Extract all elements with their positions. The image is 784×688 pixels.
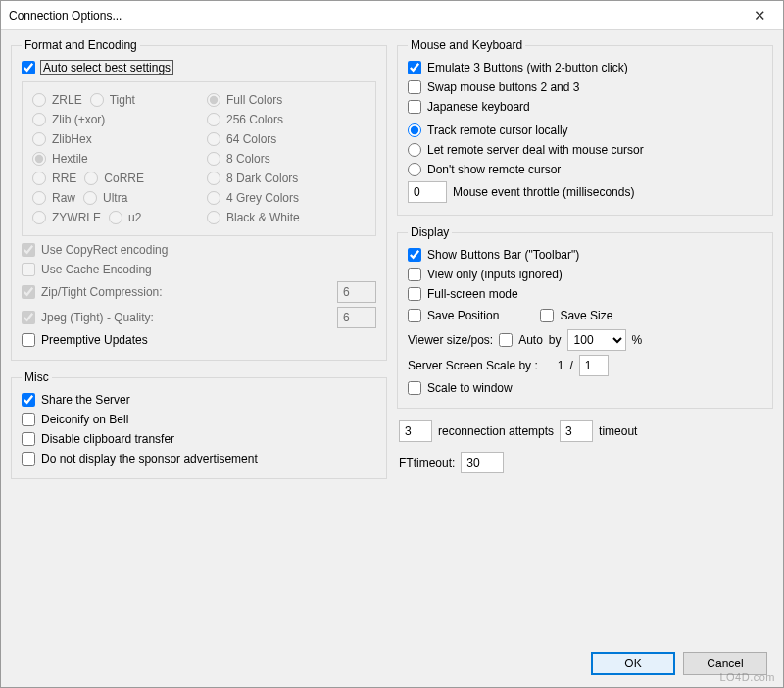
codec-ultra: Ultra xyxy=(83,188,127,208)
throttle-input[interactable] xyxy=(408,181,447,203)
codec-zlibhex: ZlibHex xyxy=(32,129,189,149)
codec-u2: u2 xyxy=(109,208,141,227)
server-scale-label: Server Screen Scale by : xyxy=(408,359,538,372)
codec-raw: Raw xyxy=(32,188,75,208)
legend-mouse: Mouse and Keyboard xyxy=(408,38,525,52)
codec-tight: Tight xyxy=(90,90,135,110)
server-scale-den-input[interactable] xyxy=(579,355,609,376)
left-column: Format and Encoding Auto select best set… xyxy=(11,34,387,677)
clipboard-checkbox[interactable]: Disable clipboard transfer xyxy=(22,429,376,449)
auto-select-label: Auto select best settings xyxy=(41,61,172,74)
scale-window-checkbox[interactable]: Scale to window xyxy=(408,378,762,398)
cursor-dont-show[interactable]: Don't show remote cursor xyxy=(408,160,762,179)
preemptive-checkbox[interactable]: Preemptive Updates xyxy=(22,330,376,350)
deiconify-checkbox[interactable]: Deiconify on Bell xyxy=(22,410,376,429)
viewer-size-row: Viewer size/pos: Auto by 100 % xyxy=(408,327,762,353)
jpeg-checkbox: Jpeg (Tight) - Quality: xyxy=(22,308,331,327)
timeout-input[interactable] xyxy=(560,420,593,442)
color-full: Full Colors xyxy=(207,90,300,110)
codec-column: ZRLE Tight Zlib (+xor) ZlibHex Hextile R… xyxy=(32,90,189,227)
server-scale-row: Server Screen Scale by : 1 / xyxy=(408,353,762,378)
save-row: Save Position Save Size xyxy=(408,304,762,327)
codec-corre: CoRRE xyxy=(84,169,144,188)
attempts-label: reconnection attempts xyxy=(438,424,554,438)
jpeg-row: Jpeg (Tight) - Quality: xyxy=(22,305,376,330)
color-8: 8 Colors xyxy=(207,149,300,169)
codec-zrle: ZRLE xyxy=(32,90,82,110)
fttimeout-row: FTtimeout: xyxy=(397,448,773,477)
server-scale-num: 1 xyxy=(558,359,564,372)
sponsor-checkbox[interactable]: Do not display the sponsor advertisement xyxy=(22,449,376,468)
fullscreen-checkbox[interactable]: Full-screen mode xyxy=(408,284,762,304)
codec-zywrle: ZYWRLE xyxy=(32,208,101,227)
viewer-size-label: Viewer size/pos: xyxy=(408,333,493,347)
color-column: Full Colors 256 Colors 64 Colors 8 Color… xyxy=(207,90,300,227)
ok-button[interactable]: OK xyxy=(591,652,675,675)
fttimeout-input[interactable] xyxy=(461,452,504,473)
emulate3-checkbox[interactable]: Emulate 3 Buttons (with 2-button click) xyxy=(408,58,762,77)
color-8dark: 8 Dark Colors xyxy=(207,169,300,188)
window-title: Connection Options... xyxy=(9,9,738,23)
auto-select-checkbox[interactable]: Auto select best settings xyxy=(22,58,376,77)
cancel-button[interactable]: Cancel xyxy=(683,652,767,675)
swap-checkbox[interactable]: Swap mouse buttons 2 and 3 xyxy=(408,77,762,97)
jpeg-value xyxy=(337,307,376,328)
codec-hextile: Hextile xyxy=(32,149,189,169)
window: Connection Options... ✕ Format and Encod… xyxy=(0,0,784,688)
scale-select[interactable]: 100 xyxy=(567,329,626,351)
auto-size-checkbox[interactable]: Auto xyxy=(499,330,543,350)
timeout-label: timeout xyxy=(599,424,637,438)
ziptight-value xyxy=(337,281,376,303)
group-mouse: Mouse and Keyboard Emulate 3 Buttons (wi… xyxy=(397,38,773,216)
savesize-checkbox[interactable]: Save Size xyxy=(540,306,612,325)
codec-rre: RRE xyxy=(32,169,76,188)
group-format: Format and Encoding Auto select best set… xyxy=(11,38,387,361)
viewonly-checkbox[interactable]: View only (inputs ignored) xyxy=(408,265,762,284)
copyrect-checkbox: Use CopyRect encoding xyxy=(22,240,376,260)
right-column: Mouse and Keyboard Emulate 3 Buttons (wi… xyxy=(397,34,773,677)
reconnect-row: reconnection attempts timeout xyxy=(397,415,773,448)
share-checkbox[interactable]: Share the Server xyxy=(22,390,376,410)
ziptight-row: Zip/Tight Compression: xyxy=(22,279,376,305)
footer: OK Cancel xyxy=(591,652,767,675)
savepos-checkbox[interactable]: Save Position xyxy=(408,306,499,325)
slash-label: / xyxy=(569,359,572,372)
codec-panel: ZRLE Tight Zlib (+xor) ZlibHex Hextile R… xyxy=(22,81,376,236)
ziptight-checkbox: Zip/Tight Compression: xyxy=(22,282,331,302)
by-label: by xyxy=(549,333,562,347)
codec-zlibxor: Zlib (+xor) xyxy=(32,110,189,129)
legend-format: Format and Encoding xyxy=(22,38,140,52)
group-display: Display Show Buttons Bar ("Toolbar") Vie… xyxy=(397,225,773,409)
cache-checkbox: Use Cache Encoding xyxy=(22,260,376,279)
fttimeout-label: FTtimeout: xyxy=(399,456,455,469)
throttle-row: Mouse event throttle (milliseconds) xyxy=(408,179,762,205)
auto-select-input[interactable] xyxy=(22,61,35,74)
toolbar-checkbox[interactable]: Show Buttons Bar ("Toolbar") xyxy=(408,245,762,265)
cursor-track-local[interactable]: Track remote cursor locally xyxy=(408,121,762,140)
jpkb-checkbox[interactable]: Japanese keyboard xyxy=(408,97,762,117)
color-64: 64 Colors xyxy=(207,129,300,149)
legend-misc: Misc xyxy=(22,370,52,384)
cursor-let-remote[interactable]: Let remote server deal with mouse cursor xyxy=(408,140,762,160)
percent-label: % xyxy=(632,333,643,347)
attempts-input[interactable] xyxy=(399,420,432,442)
group-misc: Misc Share the Server Deiconify on Bell … xyxy=(11,370,387,479)
titlebar: Connection Options... ✕ xyxy=(1,1,783,30)
legend-display: Display xyxy=(408,225,452,239)
close-icon[interactable]: ✕ xyxy=(738,2,781,29)
color-4grey: 4 Grey Colors xyxy=(207,188,300,208)
color-bw: Black & White xyxy=(207,208,300,227)
content: Format and Encoding Auto select best set… xyxy=(1,30,783,687)
color-256: 256 Colors xyxy=(207,110,300,129)
throttle-label: Mouse event throttle (milliseconds) xyxy=(453,185,634,199)
